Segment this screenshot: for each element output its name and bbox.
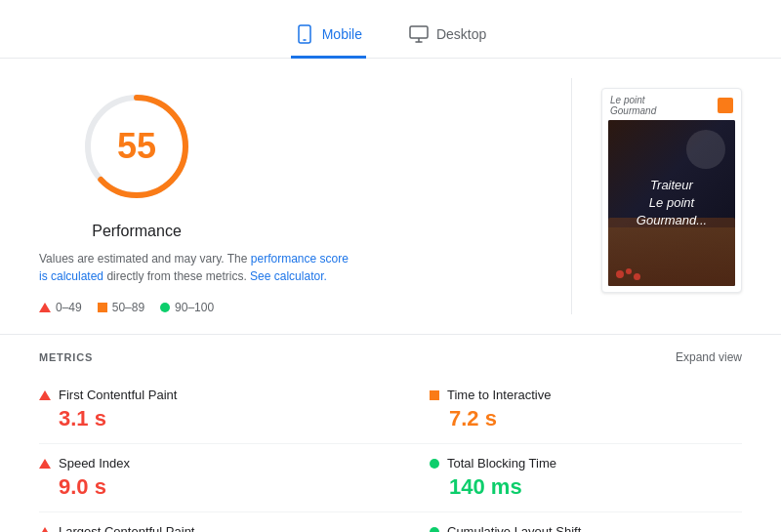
metric-lcp-label: Largest Contentful Paint bbox=[59, 524, 194, 532]
metric-cls-label-row: Cumulative Layout Shift bbox=[430, 524, 742, 532]
score-number: 55 bbox=[117, 126, 156, 167]
indicator-triangle-icon-3 bbox=[39, 527, 51, 533]
legend-item-high: 90–100 bbox=[160, 301, 214, 314]
screenshot-preview: TraiteurLe pointGourmand... bbox=[608, 120, 735, 286]
metrics-header: METRICS Expand view bbox=[39, 350, 742, 364]
legend-item-low: 0–49 bbox=[39, 301, 82, 314]
tab-mobile[interactable]: Mobile bbox=[291, 15, 366, 59]
metric-cls: Cumulative Layout Shift 0 bbox=[390, 512, 742, 532]
score-section: 55 Performance Values are estimated and … bbox=[39, 78, 542, 314]
legend-mid-label: 50–89 bbox=[112, 301, 144, 314]
score-description: Values are estimated and may vary. The p… bbox=[39, 250, 351, 285]
desktop-icon bbox=[409, 24, 429, 44]
metric-tbt-label-row: Total Blocking Time bbox=[430, 456, 742, 471]
tab-desktop[interactable]: Desktop bbox=[405, 15, 490, 59]
metric-si: Speed Index 9.0 s bbox=[39, 444, 390, 512]
metric-fcp-value: 3.1 s bbox=[59, 406, 390, 431]
screenshot-orange-indicator bbox=[718, 98, 733, 113]
screenshot-site-title: Le pointGourmand bbox=[610, 95, 656, 116]
screenshot-card: Le pointGourmand TraiteurLe pointGourman… bbox=[601, 88, 742, 293]
vertical-divider bbox=[571, 78, 572, 314]
legend-square-icon bbox=[98, 303, 107, 312]
indicator-square-icon bbox=[430, 390, 439, 400]
metric-tbt: Total Blocking Time 140 ms bbox=[390, 444, 742, 512]
tabs-header: Mobile Desktop bbox=[0, 0, 781, 59]
legend-triangle-icon bbox=[39, 303, 51, 312]
score-circle-container: 55 bbox=[39, 88, 234, 205]
screenshot-section: Le pointGourmand TraiteurLe pointGourman… bbox=[601, 78, 742, 314]
legend-row: 0–49 50–89 90–100 bbox=[39, 301, 214, 314]
tab-mobile-label: Mobile bbox=[322, 26, 362, 42]
tab-desktop-label: Desktop bbox=[436, 26, 486, 42]
legend-high-label: 90–100 bbox=[175, 301, 214, 314]
indicator-circle-icon-2 bbox=[430, 527, 439, 533]
legend-item-mid: 50–89 bbox=[98, 301, 144, 314]
score-ring: 55 bbox=[78, 88, 195, 205]
metric-tti-label-row: Time to Interactive bbox=[430, 388, 742, 402]
score-label: Performance bbox=[39, 223, 234, 240]
metric-fcp-label: First Contentful Paint bbox=[59, 388, 177, 402]
metric-tti: Time to Interactive 7.2 s bbox=[390, 376, 742, 444]
main-content: 55 Performance Values are estimated and … bbox=[0, 59, 781, 335]
metric-si-value: 9.0 s bbox=[59, 474, 390, 500]
svg-rect-2 bbox=[410, 26, 428, 38]
mobile-icon bbox=[295, 24, 314, 44]
expand-view-button[interactable]: Expand view bbox=[676, 350, 742, 364]
indicator-circle-icon bbox=[430, 459, 439, 469]
metric-tti-label: Time to Interactive bbox=[447, 388, 551, 402]
screenshot-header: Le pointGourmand bbox=[608, 95, 735, 116]
metrics-grid: First Contentful Paint 3.1 s Time to Int… bbox=[39, 376, 742, 532]
legend-low-label: 0–49 bbox=[56, 301, 82, 314]
metrics-section: METRICS Expand view First Contentful Pai… bbox=[0, 335, 781, 532]
metric-tbt-value: 140 ms bbox=[449, 474, 742, 500]
metrics-title: METRICS bbox=[39, 351, 93, 363]
indicator-triangle-icon-2 bbox=[39, 459, 51, 469]
metric-tbt-label: Total Blocking Time bbox=[447, 456, 556, 471]
metric-fcp: First Contentful Paint 3.1 s bbox=[39, 376, 390, 444]
metric-fcp-label-row: First Contentful Paint bbox=[39, 388, 390, 402]
metric-si-label-row: Speed Index bbox=[39, 456, 390, 471]
indicator-triangle-icon bbox=[39, 390, 51, 400]
metric-lcp: Largest Contentful Paint 8.8 s bbox=[39, 512, 390, 532]
metric-si-label: Speed Index bbox=[59, 456, 130, 471]
metric-tti-value: 7.2 s bbox=[449, 406, 742, 431]
legend-circle-icon bbox=[160, 303, 170, 312]
screenshot-restaurant-text: TraiteurLe pointGourmand... bbox=[627, 167, 717, 240]
metric-cls-label: Cumulative Layout Shift bbox=[447, 524, 581, 532]
metric-lcp-label-row: Largest Contentful Paint bbox=[39, 524, 390, 532]
